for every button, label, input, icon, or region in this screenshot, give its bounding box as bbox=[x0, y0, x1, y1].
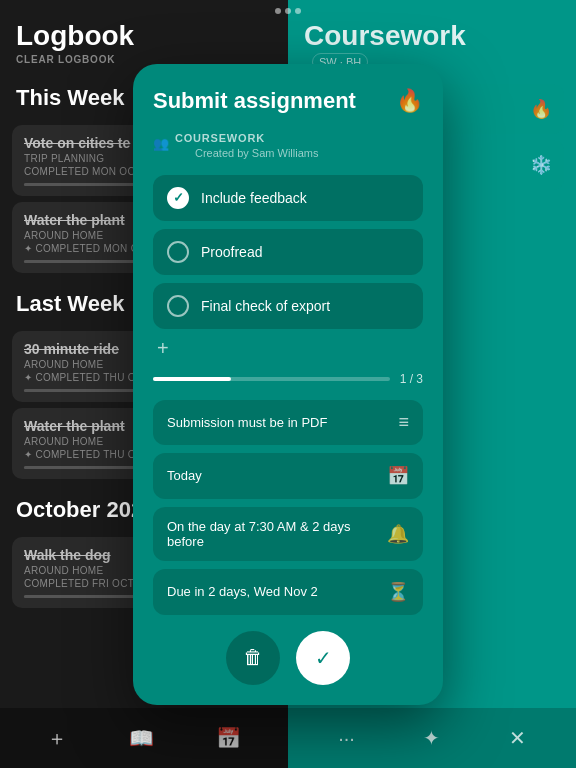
progress-section: 1 / 3 bbox=[153, 372, 423, 386]
modal-creator: Created by Sam Williams bbox=[195, 147, 318, 159]
delete-button[interactable]: 🗑 bbox=[226, 631, 280, 685]
detail-row-reminder[interactable]: On the day at 7:30 AM & 2 days before 🔔 bbox=[153, 507, 423, 561]
modal-group: COURSEWORK bbox=[175, 132, 265, 144]
modal-header: Submit assignment 🔥 bbox=[153, 88, 423, 114]
modal-overlay: Submit assignment 🔥 👥 COURSEWORK Created… bbox=[0, 0, 576, 768]
hourglass-icon: ⏳ bbox=[387, 581, 409, 603]
confirm-button[interactable]: ✓ bbox=[296, 631, 350, 685]
detail-row-due: Due in 2 days, Wed Nov 2 ⏳ bbox=[153, 569, 423, 615]
checklist-item-0[interactable]: Include feedback bbox=[153, 175, 423, 221]
detail-text-date: Today bbox=[167, 468, 202, 483]
checkbox-1[interactable] bbox=[167, 241, 189, 263]
progress-bar-container bbox=[153, 377, 390, 381]
checkbox-2[interactable] bbox=[167, 295, 189, 317]
detail-text-pdf: Submission must be in PDF bbox=[167, 415, 327, 430]
detail-text-due: Due in 2 days, Wed Nov 2 bbox=[167, 584, 318, 599]
add-checklist-button[interactable]: + bbox=[157, 337, 423, 360]
progress-label: 1 / 3 bbox=[400, 372, 423, 386]
checklist-label-1: Proofread bbox=[201, 244, 262, 260]
people-icon: 👥 bbox=[153, 136, 169, 151]
detail-text-reminder: On the day at 7:30 AM & 2 days before bbox=[167, 519, 387, 549]
modal-fire-icon: 🔥 bbox=[396, 88, 423, 114]
list-icon: ≡ bbox=[398, 412, 409, 433]
detail-row-date[interactable]: Today 📅 bbox=[153, 453, 423, 499]
checkmark-icon: ✓ bbox=[315, 646, 332, 670]
calendar-icon: 📅 bbox=[387, 465, 409, 487]
trash-icon: 🗑 bbox=[243, 646, 263, 669]
detail-row-pdf: Submission must be in PDF ≡ bbox=[153, 400, 423, 445]
checklist-label-2: Final check of export bbox=[201, 298, 330, 314]
progress-bar-fill bbox=[153, 377, 231, 381]
modal: Submit assignment 🔥 👥 COURSEWORK Created… bbox=[133, 64, 443, 705]
modal-actions: 🗑 ✓ bbox=[153, 631, 423, 685]
checklist-item-2[interactable]: Final check of export bbox=[153, 283, 423, 329]
modal-meta: 👥 COURSEWORK Created by Sam Williams bbox=[153, 128, 423, 159]
checkbox-0[interactable] bbox=[167, 187, 189, 209]
bell-icon: 🔔 bbox=[387, 523, 409, 545]
checklist-label-0: Include feedback bbox=[201, 190, 307, 206]
checklist-item-1[interactable]: Proofread bbox=[153, 229, 423, 275]
modal-title: Submit assignment bbox=[153, 88, 356, 114]
